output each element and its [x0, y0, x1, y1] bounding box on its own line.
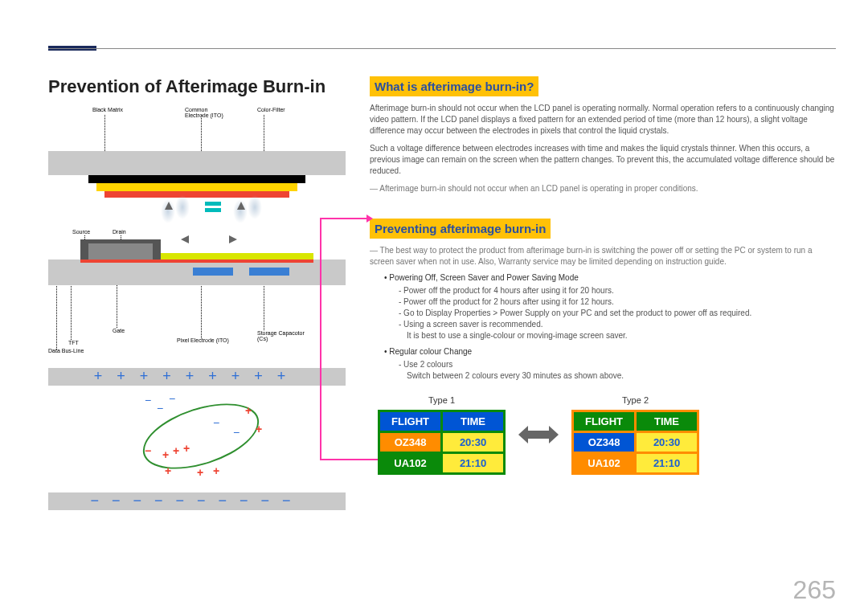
bullet-colour-change: Regular colour Change [384, 346, 836, 358]
type2-block: Type 2 FLIGHTTIME OZ34820:30 UA10221:10 [571, 394, 699, 475]
label-drain: Drain [113, 229, 126, 235]
th-time: TIME [636, 411, 698, 432]
section1-p1: Afterimage burn-in should not occur when… [370, 103, 836, 137]
cell: 21:10 [442, 453, 505, 474]
sub-indent: Switch between 2 colours every 30 minute… [407, 370, 836, 382]
cell: 20:30 [636, 432, 698, 453]
label-tft: TFT [68, 340, 79, 345]
section2-note: The best way to protect the product from… [370, 245, 836, 268]
lcd-cross-section-diagram: Black Matrix Common Electrode (ITO) Colo… [48, 107, 346, 348]
left-column: Prevention of Afterimage Burn-in Black M… [48, 76, 346, 529]
bullet-power-off: Powering Off, Screen Saver and Power Sav… [384, 272, 836, 284]
label-storage-cap: Storage Capacotor (Cs) [257, 330, 305, 341]
sub-item: Use 2 colours [399, 359, 836, 370]
sub-item: Using a screen saver is recommended. [399, 319, 836, 330]
cell: UA102 [573, 453, 636, 474]
plus-row: +++++++++ [48, 368, 346, 385]
cell: OZ348 [379, 432, 442, 453]
th-flight: FLIGHT [379, 411, 442, 432]
sub-item: Go to Display Properties > Power Supply … [399, 308, 836, 319]
cell: UA102 [379, 453, 442, 474]
right-column: What is afterimage burn-in? Afterimage b… [370, 76, 836, 529]
types-row: Type 1 FLIGHTTIME OZ34820:30 UA10221:10 … [378, 394, 836, 475]
label-common-electrode: Common Electrode (ITO) [185, 107, 225, 118]
charge-diagram: +++++++++ − − − + − + − − + + + + + + −−… [48, 368, 346, 529]
callout-arrow-icon [366, 215, 373, 223]
label-data-bus: Data Bus-Line [48, 348, 84, 353]
page-content: Prevention of Afterimage Burn-in Black M… [48, 76, 836, 529]
label-pixel-electrode: Pixel Electrode (ITO) [177, 337, 229, 343]
type2-label: Type 2 [571, 394, 699, 407]
label-source: Source [72, 229, 90, 235]
cell: OZ348 [573, 432, 636, 453]
sub-item: Power off the product for 2 hours after … [399, 296, 836, 308]
th-flight: FLIGHT [573, 411, 636, 432]
section1-note: Afterimage burn-in should not occur when… [370, 183, 836, 194]
sub-item: Power off the product for 4 hours after … [399, 285, 836, 296]
section1-p2: Such a voltage difference between electr… [370, 143, 836, 177]
type2-table: FLIGHTTIME OZ34820:30 UA10221:10 [571, 410, 699, 475]
header-rule [48, 48, 836, 49]
th-time: TIME [442, 411, 505, 432]
section-heading-what: What is afterimage burn-in? [370, 76, 538, 96]
minus-row: −−−−−−−−−− [48, 492, 346, 509]
type1-block: Type 1 FLIGHTTIME OZ34820:30 UA10221:10 [378, 394, 506, 475]
label-black-matrix: Black Matrix [92, 107, 123, 112]
type1-table: FLIGHTTIME OZ34820:30 UA10221:10 [378, 410, 506, 475]
page-number: 265 [793, 575, 836, 605]
double-arrow-icon [518, 426, 559, 443]
page-title: Prevention of Afterimage Burn-in [48, 76, 346, 97]
cell: 20:30 [442, 432, 505, 453]
type1-label: Type 1 [378, 394, 506, 407]
section-heading-prevent: Preventing afterimage burn-in [370, 219, 551, 239]
label-color-filter: Color-Filter [257, 107, 285, 112]
cell: 21:10 [636, 453, 698, 474]
sub-indent: It is best to use a single-colour or mov… [407, 330, 836, 341]
label-gate: Gate [113, 328, 125, 333]
